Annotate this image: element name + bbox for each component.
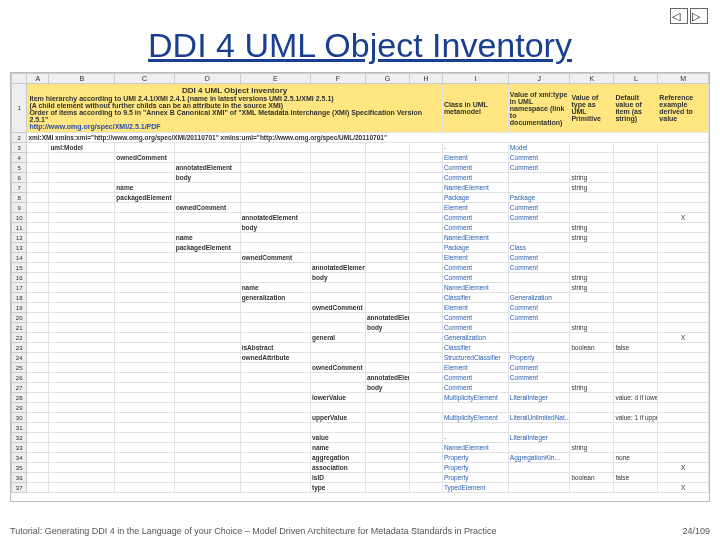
cell[interactable] [658, 243, 709, 253]
cell[interactable] [174, 193, 240, 203]
cell[interactable] [614, 203, 658, 213]
cell[interactable] [508, 273, 570, 283]
row-number[interactable]: 22 [12, 333, 27, 343]
row-number[interactable]: 2 [12, 133, 27, 143]
cell[interactable] [409, 273, 442, 283]
cell[interactable]: ownedComment [311, 363, 366, 373]
cell[interactable] [27, 453, 49, 463]
cell[interactable] [240, 363, 310, 373]
cell[interactable] [115, 423, 174, 433]
cell[interactable] [115, 433, 174, 443]
cell[interactable] [409, 353, 442, 363]
cell[interactable]: X [658, 463, 709, 473]
cell[interactable]: annotatedElement [365, 373, 409, 383]
cell[interactable]: string [570, 223, 614, 233]
cell[interactable] [658, 353, 709, 363]
cell[interactable]: Package [442, 193, 508, 203]
cell[interactable]: Generalization [442, 333, 508, 343]
col-header[interactable]: F [311, 74, 366, 84]
cell[interactable] [409, 263, 442, 273]
cell[interactable] [240, 153, 310, 163]
cell[interactable] [49, 233, 115, 243]
cell[interactable] [508, 343, 570, 353]
cell[interactable] [409, 323, 442, 333]
cell[interactable] [49, 453, 115, 463]
cell[interactable] [115, 353, 174, 363]
row-number[interactable]: 15 [12, 263, 27, 273]
row-number[interactable]: 35 [12, 463, 27, 473]
cell[interactable] [27, 153, 49, 163]
cell[interactable] [27, 373, 49, 383]
cell[interactable]: AggregationKin... [508, 453, 570, 463]
cell[interactable]: NamedElement [442, 283, 508, 293]
cell[interactable] [174, 283, 240, 293]
cell[interactable]: X [658, 483, 709, 493]
cell[interactable] [240, 383, 310, 393]
cell[interactable] [115, 263, 174, 273]
cell[interactable] [508, 473, 570, 483]
cell[interactable]: Comment [508, 153, 570, 163]
cell[interactable]: Package [508, 193, 570, 203]
cell[interactable] [614, 373, 658, 383]
cell[interactable] [658, 323, 709, 333]
cell[interactable] [570, 453, 614, 463]
cell[interactable] [49, 223, 115, 233]
cell[interactable]: boolean [570, 343, 614, 353]
col-header[interactable]: A [27, 74, 49, 84]
cell[interactable] [365, 423, 409, 433]
cell[interactable] [508, 223, 570, 233]
cell[interactable]: isAbstract [240, 343, 310, 353]
cell[interactable] [240, 403, 310, 413]
cell[interactable] [311, 353, 366, 363]
cell[interactable] [49, 293, 115, 303]
cell[interactable] [409, 293, 442, 303]
cell[interactable] [614, 443, 658, 453]
cell[interactable] [658, 453, 709, 463]
cell[interactable] [658, 423, 709, 433]
cell[interactable] [27, 323, 49, 333]
cell[interactable] [570, 263, 614, 273]
cell[interactable] [174, 253, 240, 263]
col-header[interactable]: M [658, 74, 709, 84]
cell[interactable] [27, 233, 49, 243]
cell[interactable] [174, 223, 240, 233]
cell[interactable] [115, 283, 174, 293]
cell[interactable] [27, 363, 49, 373]
cell[interactable] [365, 173, 409, 183]
cell[interactable]: Comment [442, 383, 508, 393]
cell[interactable] [240, 373, 310, 383]
cell[interactable]: string [570, 173, 614, 183]
cell[interactable] [49, 203, 115, 213]
cell[interactable] [658, 393, 709, 403]
cell[interactable]: none [614, 453, 658, 463]
cell[interactable]: Element [442, 153, 508, 163]
cell[interactable] [240, 433, 310, 443]
cell[interactable]: NamedElement [442, 443, 508, 453]
cell[interactable] [174, 393, 240, 403]
cell[interactable] [365, 213, 409, 223]
cell[interactable]: name [311, 443, 366, 453]
cell[interactable] [409, 393, 442, 403]
cell[interactable]: Classifier [442, 343, 508, 353]
row-number[interactable]: 23 [12, 343, 27, 353]
cell[interactable] [27, 223, 49, 233]
cell[interactable] [27, 193, 49, 203]
cell[interactable]: Classifier [442, 293, 508, 303]
cell[interactable] [658, 253, 709, 263]
cell[interactable] [614, 433, 658, 443]
cell[interactable]: body [240, 223, 310, 233]
cell[interactable] [365, 243, 409, 253]
cell[interactable] [27, 303, 49, 313]
cell[interactable] [614, 483, 658, 493]
cell[interactable] [570, 193, 614, 203]
row-number[interactable]: 11 [12, 223, 27, 233]
cell[interactable] [115, 403, 174, 413]
cell[interactable] [240, 313, 310, 323]
cell[interactable] [240, 323, 310, 333]
cell[interactable] [409, 303, 442, 313]
cell[interactable] [49, 353, 115, 363]
cell[interactable] [115, 443, 174, 453]
cell[interactable] [115, 463, 174, 473]
cell[interactable] [240, 423, 310, 433]
cell[interactable] [311, 373, 366, 383]
